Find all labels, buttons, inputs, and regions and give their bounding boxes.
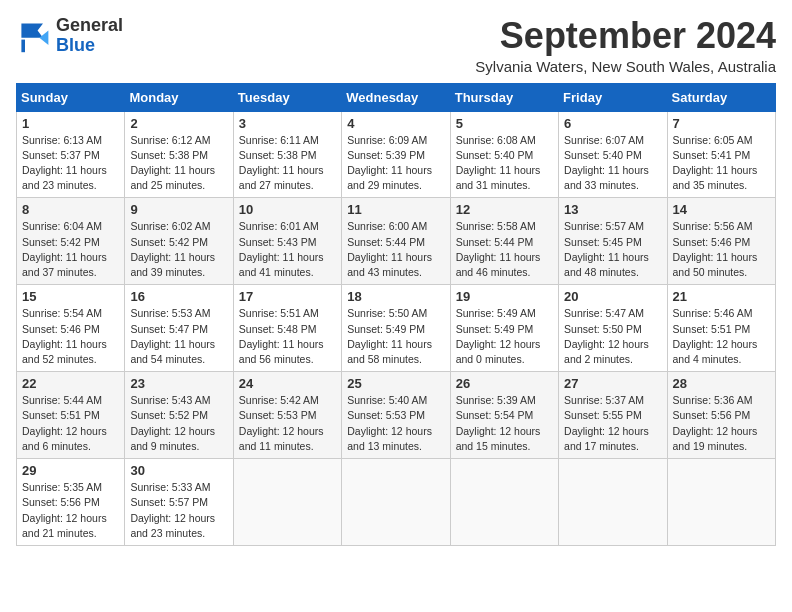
page-header: General Blue September 2024 Sylvania Wat… (16, 16, 776, 75)
day-number: 30 (130, 463, 227, 478)
day-number: 15 (22, 289, 119, 304)
day-number: 2 (130, 116, 227, 131)
col-header-wednesday: Wednesday (342, 83, 450, 111)
day-info: Sunrise: 5:47 AMSunset: 5:50 PMDaylight:… (564, 306, 661, 367)
day-info: Sunrise: 5:57 AMSunset: 5:45 PMDaylight:… (564, 219, 661, 280)
day-number: 10 (239, 202, 336, 217)
day-number: 9 (130, 202, 227, 217)
logo-icon (16, 18, 52, 54)
day-info: Sunrise: 5:42 AMSunset: 5:53 PMDaylight:… (239, 393, 336, 454)
day-info: Sunrise: 5:54 AMSunset: 5:46 PMDaylight:… (22, 306, 119, 367)
day-number: 25 (347, 376, 444, 391)
day-info: Sunrise: 6:11 AMSunset: 5:38 PMDaylight:… (239, 133, 336, 194)
day-info: Sunrise: 5:56 AMSunset: 5:46 PMDaylight:… (673, 219, 770, 280)
calendar-table: SundayMondayTuesdayWednesdayThursdayFrid… (16, 83, 776, 546)
day-number: 11 (347, 202, 444, 217)
day-info: Sunrise: 5:49 AMSunset: 5:49 PMDaylight:… (456, 306, 553, 367)
day-info: Sunrise: 5:58 AMSunset: 5:44 PMDaylight:… (456, 219, 553, 280)
day-info: Sunrise: 5:46 AMSunset: 5:51 PMDaylight:… (673, 306, 770, 367)
calendar-cell: 24Sunrise: 5:42 AMSunset: 5:53 PMDayligh… (233, 372, 341, 459)
calendar-cell: 26Sunrise: 5:39 AMSunset: 5:54 PMDayligh… (450, 372, 558, 459)
day-info: Sunrise: 5:44 AMSunset: 5:51 PMDaylight:… (22, 393, 119, 454)
calendar-cell: 4Sunrise: 6:09 AMSunset: 5:39 PMDaylight… (342, 111, 450, 198)
day-number: 13 (564, 202, 661, 217)
svg-marker-1 (21, 23, 43, 37)
calendar-cell: 3Sunrise: 6:11 AMSunset: 5:38 PMDaylight… (233, 111, 341, 198)
svg-marker-2 (39, 30, 48, 44)
calendar-cell (233, 459, 341, 546)
calendar-cell: 21Sunrise: 5:46 AMSunset: 5:51 PMDayligh… (667, 285, 775, 372)
day-number: 16 (130, 289, 227, 304)
day-number: 17 (239, 289, 336, 304)
day-number: 23 (130, 376, 227, 391)
day-info: Sunrise: 6:09 AMSunset: 5:39 PMDaylight:… (347, 133, 444, 194)
day-info: Sunrise: 5:43 AMSunset: 5:52 PMDaylight:… (130, 393, 227, 454)
calendar-cell: 13Sunrise: 5:57 AMSunset: 5:45 PMDayligh… (559, 198, 667, 285)
col-header-saturday: Saturday (667, 83, 775, 111)
day-number: 4 (347, 116, 444, 131)
day-info: Sunrise: 6:00 AMSunset: 5:44 PMDaylight:… (347, 219, 444, 280)
day-info: Sunrise: 5:37 AMSunset: 5:55 PMDaylight:… (564, 393, 661, 454)
day-number: 24 (239, 376, 336, 391)
calendar-cell: 23Sunrise: 5:43 AMSunset: 5:52 PMDayligh… (125, 372, 233, 459)
day-info: Sunrise: 6:05 AMSunset: 5:41 PMDaylight:… (673, 133, 770, 194)
day-number: 28 (673, 376, 770, 391)
day-info: Sunrise: 6:12 AMSunset: 5:38 PMDaylight:… (130, 133, 227, 194)
calendar-cell (559, 459, 667, 546)
calendar-cell: 10Sunrise: 6:01 AMSunset: 5:43 PMDayligh… (233, 198, 341, 285)
location-subtitle: Sylvania Waters, New South Wales, Austra… (475, 58, 776, 75)
calendar-cell: 14Sunrise: 5:56 AMSunset: 5:46 PMDayligh… (667, 198, 775, 285)
logo: General Blue (16, 16, 123, 56)
calendar-cell: 7Sunrise: 6:05 AMSunset: 5:41 PMDaylight… (667, 111, 775, 198)
calendar-cell: 9Sunrise: 6:02 AMSunset: 5:42 PMDaylight… (125, 198, 233, 285)
day-number: 1 (22, 116, 119, 131)
calendar-cell: 6Sunrise: 6:07 AMSunset: 5:40 PMDaylight… (559, 111, 667, 198)
logo-general: General (56, 15, 123, 35)
title-block: September 2024 Sylvania Waters, New Sout… (475, 16, 776, 75)
calendar-cell: 28Sunrise: 5:36 AMSunset: 5:56 PMDayligh… (667, 372, 775, 459)
day-info: Sunrise: 5:40 AMSunset: 5:53 PMDaylight:… (347, 393, 444, 454)
day-number: 8 (22, 202, 119, 217)
day-info: Sunrise: 5:50 AMSunset: 5:49 PMDaylight:… (347, 306, 444, 367)
calendar-cell: 17Sunrise: 5:51 AMSunset: 5:48 PMDayligh… (233, 285, 341, 372)
month-title: September 2024 (475, 16, 776, 56)
day-number: 6 (564, 116, 661, 131)
calendar-cell: 12Sunrise: 5:58 AMSunset: 5:44 PMDayligh… (450, 198, 558, 285)
calendar-cell: 29Sunrise: 5:35 AMSunset: 5:56 PMDayligh… (17, 459, 125, 546)
logo-blue: Blue (56, 35, 95, 55)
day-number: 12 (456, 202, 553, 217)
col-header-thursday: Thursday (450, 83, 558, 111)
col-header-monday: Monday (125, 83, 233, 111)
day-number: 14 (673, 202, 770, 217)
day-info: Sunrise: 6:02 AMSunset: 5:42 PMDaylight:… (130, 219, 227, 280)
day-number: 20 (564, 289, 661, 304)
day-number: 18 (347, 289, 444, 304)
col-header-sunday: Sunday (17, 83, 125, 111)
day-info: Sunrise: 5:53 AMSunset: 5:47 PMDaylight:… (130, 306, 227, 367)
calendar-cell: 11Sunrise: 6:00 AMSunset: 5:44 PMDayligh… (342, 198, 450, 285)
calendar-cell: 25Sunrise: 5:40 AMSunset: 5:53 PMDayligh… (342, 372, 450, 459)
day-info: Sunrise: 6:04 AMSunset: 5:42 PMDaylight:… (22, 219, 119, 280)
calendar-cell: 19Sunrise: 5:49 AMSunset: 5:49 PMDayligh… (450, 285, 558, 372)
calendar-cell: 8Sunrise: 6:04 AMSunset: 5:42 PMDaylight… (17, 198, 125, 285)
calendar-cell: 20Sunrise: 5:47 AMSunset: 5:50 PMDayligh… (559, 285, 667, 372)
day-info: Sunrise: 5:33 AMSunset: 5:57 PMDaylight:… (130, 480, 227, 541)
calendar-cell: 30Sunrise: 5:33 AMSunset: 5:57 PMDayligh… (125, 459, 233, 546)
calendar-cell: 5Sunrise: 6:08 AMSunset: 5:40 PMDaylight… (450, 111, 558, 198)
day-info: Sunrise: 6:13 AMSunset: 5:37 PMDaylight:… (22, 133, 119, 194)
calendar-cell: 15Sunrise: 5:54 AMSunset: 5:46 PMDayligh… (17, 285, 125, 372)
calendar-cell: 27Sunrise: 5:37 AMSunset: 5:55 PMDayligh… (559, 372, 667, 459)
calendar-cell: 2Sunrise: 6:12 AMSunset: 5:38 PMDaylight… (125, 111, 233, 198)
day-info: Sunrise: 5:36 AMSunset: 5:56 PMDaylight:… (673, 393, 770, 454)
day-number: 29 (22, 463, 119, 478)
day-number: 5 (456, 116, 553, 131)
day-number: 7 (673, 116, 770, 131)
day-info: Sunrise: 6:01 AMSunset: 5:43 PMDaylight:… (239, 219, 336, 280)
day-number: 21 (673, 289, 770, 304)
day-number: 19 (456, 289, 553, 304)
calendar-cell: 1Sunrise: 6:13 AMSunset: 5:37 PMDaylight… (17, 111, 125, 198)
calendar-cell: 22Sunrise: 5:44 AMSunset: 5:51 PMDayligh… (17, 372, 125, 459)
day-number: 26 (456, 376, 553, 391)
day-info: Sunrise: 6:08 AMSunset: 5:40 PMDaylight:… (456, 133, 553, 194)
day-info: Sunrise: 5:39 AMSunset: 5:54 PMDaylight:… (456, 393, 553, 454)
